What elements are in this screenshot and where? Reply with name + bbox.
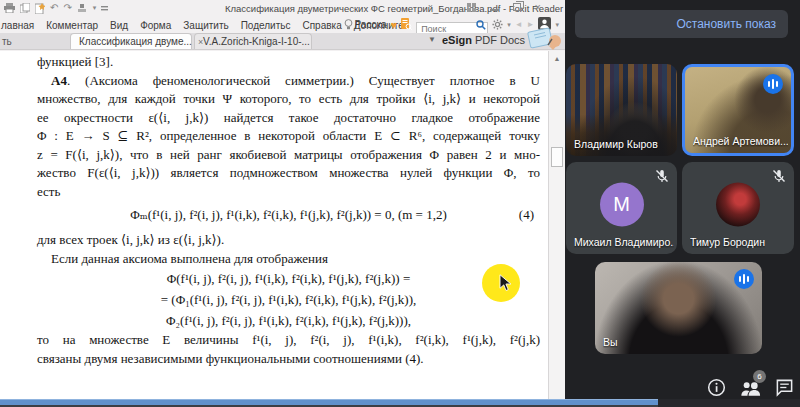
- redo-icon[interactable]: ↷: [63, 3, 71, 13]
- document-tab-bar: ть Классификация двуме... × V.A.Zorich-K…: [0, 33, 565, 50]
- pdf-page: функцией [3]. А4. (Аксиома феноменологич…: [0, 51, 548, 399]
- restore-icon[interactable]: [513, 3, 521, 11]
- stop-presenting-button[interactable]: Остановить показ: [676, 17, 776, 31]
- esign-caret-icon[interactable]: ▼: [428, 35, 436, 44]
- clipped-panel-label: ть: [2, 36, 12, 47]
- tab-zorich-pdf[interactable]: V.A.Zorich-Kniga-I-10-...: [194, 33, 312, 49]
- foxit-reader-window: ↶ ↷ ▾ Классификация двуметрических ФС ге…: [0, 0, 565, 399]
- equation-number: (4): [519, 203, 534, 227]
- stamp-icon[interactable]: [77, 3, 88, 13]
- close-icon[interactable]: ×: [535, 2, 541, 12]
- meet-panel: Остановить показ Владимир Кыров Андрей А…: [565, 0, 800, 399]
- ribbon-collapse-icon[interactable]: [101, 5, 108, 12]
- participants-icon[interactable]: 6: [739, 379, 762, 400]
- quick-access-toolbar: ↶ ↷ ▾: [0, 3, 108, 14]
- heart-icon[interactable]: ♥: [391, 20, 398, 30]
- esign-brand[interactable]: eSign: [442, 34, 472, 46]
- avatar-photo: [716, 182, 760, 226]
- new-document-icon[interactable]: [35, 3, 45, 14]
- text-line: есть: [37, 183, 540, 202]
- menu-comment[interactable]: Комментар: [40, 20, 104, 31]
- screen: ↶ ↷ ▾ Классификация двуметрических ФС ге…: [0, 0, 800, 407]
- text-line: то на множестве E величины f¹(i, j), f²(…: [37, 331, 540, 350]
- search-document-icon[interactable]: [401, 16, 412, 34]
- participant-name: Владимир Кыров: [574, 138, 658, 150]
- menu-protect[interactable]: Защитить: [177, 20, 234, 31]
- participant-name: Вы: [603, 336, 618, 348]
- vertical-scrollbar[interactable]: ▲: [548, 51, 565, 399]
- text-line: множество, для каждой точки Ψ которого, …: [37, 90, 540, 109]
- participant-name: Андрей Артемови...: [693, 135, 788, 147]
- meet-bottom-controls: 6: [707, 378, 794, 399]
- assistant-button[interactable]: Расска: [344, 19, 387, 30]
- text-line: z = F(⟨i, j,k⟩), что в ней ранг якобиево…: [37, 146, 540, 165]
- presenting-banner: Остановить показ: [575, 10, 788, 38]
- search-icon: [476, 20, 486, 30]
- info-icon[interactable]: [707, 378, 726, 399]
- participant-count-badge: 6: [753, 370, 766, 383]
- participant-tile-vladimir[interactable]: Владимир Кыров: [566, 64, 677, 156]
- participant-tile-andrey[interactable]: Андрей Артемови...: [682, 64, 794, 156]
- text-line: Если данная аксиома выполнена для отобра…: [37, 250, 540, 269]
- menu-home[interactable]: лавная: [0, 20, 40, 31]
- esign-zone: ▼ eSignPDF Docs: [428, 30, 525, 48]
- lightbulb-icon: [344, 19, 353, 30]
- text-line: функцией [3].: [37, 53, 540, 72]
- text-line: жество F(ε(⟨i, j,k⟩)) является подмножес…: [37, 164, 540, 183]
- audio-active-icon: [763, 74, 783, 94]
- window-controls: ×: [467, 2, 541, 12]
- mouse-cursor-icon: [497, 274, 512, 296]
- equation-phi: Φ(f¹(i, j), f²(i, j), f¹(i,k), f²(i,k), …: [37, 268, 540, 289]
- menu-share[interactable]: Поделитьс: [235, 20, 297, 31]
- bottom-dark-bar: [658, 399, 800, 407]
- pdf-text: функцией [3]. А4. (Аксиома феноменологич…: [37, 53, 540, 368]
- equation-phi2: Φ₂(f¹(i, j), f²(i, j), f¹(i,k), f²(i,k),…: [37, 310, 540, 331]
- esign-signing-illustration: [525, 26, 565, 56]
- audio-active-icon: [734, 269, 754, 289]
- gear-caret-icon[interactable]: ▾: [507, 21, 511, 29]
- tab-label: V.A.Zorich-Kniga-I-10-...: [203, 36, 310, 47]
- participant-name: Тимур Бородин: [690, 236, 765, 248]
- text-line: связаны двумя независимыми функциональны…: [37, 350, 540, 369]
- menu-form[interactable]: Форма: [134, 20, 177, 31]
- text-line: для всех троек ⟨i, j,k⟩ из ε(⟨i, j,k⟩).: [37, 231, 540, 250]
- print-icon[interactable]: [4, 3, 15, 13]
- esign-label[interactable]: PDF Docs: [475, 34, 525, 46]
- tile-windows-icon[interactable]: [467, 3, 476, 12]
- text-line: Φ : E → S ⊆ R², определенное в некоторой…: [37, 127, 540, 146]
- mic-muted-icon: [771, 168, 787, 184]
- tab-close-icon[interactable]: ×: [198, 37, 203, 47]
- participant-tile-mikhail[interactable]: M Михаил Владимиро...: [566, 162, 677, 254]
- chat-icon[interactable]: [775, 378, 794, 399]
- copy-icon[interactable]: [20, 3, 30, 13]
- equation-phi1: = (Φ₁(f¹(i, j), f²(i, j), f¹(i,k), f²(i,…: [37, 289, 540, 310]
- text-line: ее окрестности ε(⟨i, j,k⟩) найдется тако…: [37, 109, 540, 128]
- scrollbar-thumb[interactable]: [551, 147, 563, 167]
- mic-muted-icon: [654, 168, 670, 184]
- participant-name: Михаил Владимиро...: [574, 236, 674, 248]
- menu-view[interactable]: Вид: [104, 20, 134, 31]
- avatar-letter: M: [600, 182, 644, 226]
- self-view-tile[interactable]: Вы: [595, 262, 762, 354]
- participant-tile-timur[interactable]: Тимур Бородин: [682, 162, 794, 254]
- menu-help[interactable]: Справка: [296, 20, 347, 31]
- minimize-icon[interactable]: [490, 9, 499, 11]
- back-icon[interactable]: ◄: [515, 20, 523, 29]
- title-bar: ↶ ↷ ▾ Классификация двуметрических ФС ге…: [0, 0, 565, 16]
- undo-icon[interactable]: ↶: [50, 3, 58, 13]
- tab-classification-pdf[interactable]: Классификация двуме... ×: [70, 33, 192, 49]
- stamp-caret-icon[interactable]: ▾: [93, 4, 97, 12]
- text-line: А4. (Аксиома феноменологической симметри…: [37, 72, 540, 91]
- equation-4: Φₘ(f¹(i, j), f²(i, j), f¹(i,k), f²(i,k),…: [37, 203, 540, 227]
- tab-label: Классификация двуме...: [79, 36, 192, 47]
